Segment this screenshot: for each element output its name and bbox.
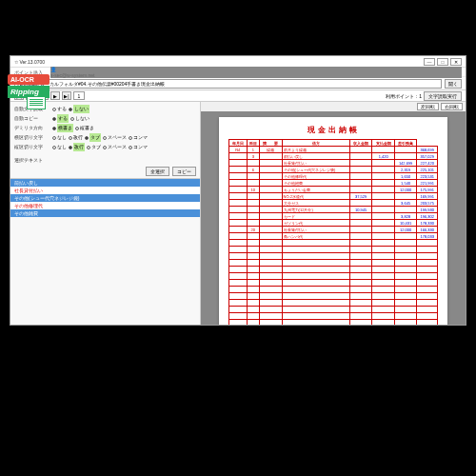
options-panel: 自動文字読取する しない 自動コピーする しない デミリタ方向横書き 縦書き 横… bbox=[10, 102, 200, 155]
r-v-3[interactable]: タブ bbox=[87, 143, 101, 151]
ledger-table: 年月日科目摘 要借方収入金額支払金額差引残高R41繰越前月より繰越368,699… bbox=[228, 139, 438, 325]
ai-ocr-label: AI-OCR bbox=[8, 74, 50, 85]
radio-delim-h[interactable]: 横書き bbox=[52, 124, 73, 132]
list-item[interactable]: その他修理代 bbox=[10, 202, 200, 209]
doc-title: 現金出納帳 bbox=[228, 125, 438, 135]
open-button[interactable]: 開く bbox=[445, 79, 462, 89]
path-toolbar: 開く bbox=[10, 77, 466, 90]
list-item[interactable]: 前払い戻し bbox=[10, 179, 200, 187]
minimize-button[interactable]: — bbox=[424, 58, 435, 66]
product-badge: AI-OCR Ripping bbox=[8, 74, 50, 109]
right-panel: 左回転 右回転 現金出納帳 年月日科目摘 要借方収入金額支払金額差引残高R41繰… bbox=[201, 102, 466, 325]
total-pages bbox=[73, 91, 85, 100]
r-v-2[interactable]: 改行 bbox=[69, 143, 85, 151]
r-h-2[interactable]: 改行 bbox=[69, 133, 83, 142]
select-all-button[interactable]: 全選択 bbox=[146, 167, 169, 176]
user-label: 👤 s-sec@w-system.net bbox=[50, 67, 462, 78]
ocr-exec-button[interactable]: 文字読取実行 bbox=[424, 91, 462, 101]
rotate-right-button[interactable]: 右回転 bbox=[441, 103, 463, 110]
document-viewport[interactable]: 現金出納帳 年月日科目摘 要借方収入金額支払金額差引残高R41繰越前月より繰越3… bbox=[201, 111, 466, 325]
list-item[interactable]: その他雑費 bbox=[10, 209, 200, 217]
doc-icon bbox=[27, 96, 46, 109]
radio-auto-read-no[interactable]: しない bbox=[69, 105, 89, 113]
r-v-4[interactable]: スペース bbox=[103, 143, 127, 151]
list-item[interactable]: 社長貸付払い bbox=[10, 187, 200, 194]
doc-toolbar: 左回転 右回転 bbox=[201, 102, 466, 111]
selection-list: 前払い戻し社長貸付払いその他(シュー代穴ネジレジ袋)その他修理代その他雑費 bbox=[10, 178, 200, 217]
last-page-button[interactable]: ▶| bbox=[62, 91, 71, 100]
window-title: ☆ Ver.13.0700 bbox=[14, 59, 424, 65]
radio-auto-read-yes[interactable]: する bbox=[52, 105, 67, 113]
next-page-button[interactable]: ▶ bbox=[50, 91, 60, 100]
path-input[interactable] bbox=[14, 79, 442, 89]
radio-delim-v[interactable]: 縦書き bbox=[75, 124, 94, 132]
r-h-4[interactable]: スペース bbox=[103, 133, 127, 142]
document-page: 現金出納帳 年月日科目摘 要借方収入金額支払金額差引残高R41繰越前月より繰越3… bbox=[219, 117, 447, 325]
opt-hdelim-label: 横区切り文字 bbox=[14, 133, 50, 142]
r-h-1[interactable]: なし bbox=[52, 133, 67, 142]
nav-bar: |◀ ◀ ▶ ▶| 利用ポイント：1 文字読取実行 bbox=[10, 90, 466, 102]
radio-auto-copy-yes[interactable]: する bbox=[52, 114, 69, 123]
left-panel: 自動文字読取する しない 自動コピーする しない デミリタ方向横書き 縦書き 横… bbox=[10, 102, 201, 325]
r-v-5[interactable]: コンマ bbox=[129, 143, 148, 151]
radio-auto-copy-no[interactable]: しない bbox=[70, 114, 89, 123]
list-item[interactable]: その他(シュー代穴ネジレジ袋) bbox=[10, 194, 200, 202]
rotate-left-button[interactable]: 左回転 bbox=[417, 103, 439, 110]
r-h-5[interactable]: コンマ bbox=[129, 133, 148, 142]
menubar: ポイント購入 👤 s-sec@w-system.net bbox=[10, 68, 466, 77]
opt-auto-copy-label: 自動コピー bbox=[14, 114, 50, 123]
opt-delim-label: デミリタ方向 bbox=[14, 124, 50, 132]
r-h-3[interactable]: タブ bbox=[85, 133, 101, 142]
select-text-label: 選択テキスト bbox=[10, 155, 200, 165]
maximize-button[interactable]: □ bbox=[437, 58, 448, 66]
main-window: ☆ Ver.13.0700 — □ ✕ ポイント購入 👤 s-sec@w-sys… bbox=[10, 55, 466, 326]
copy-button[interactable]: コピー bbox=[172, 167, 196, 176]
r-v-1[interactable]: なし bbox=[52, 143, 67, 151]
close-button[interactable]: ✕ bbox=[450, 58, 462, 66]
opt-vdelim-label: 縦区切り文字 bbox=[14, 143, 50, 151]
points-label: 利用ポイント：1 bbox=[386, 93, 422, 99]
